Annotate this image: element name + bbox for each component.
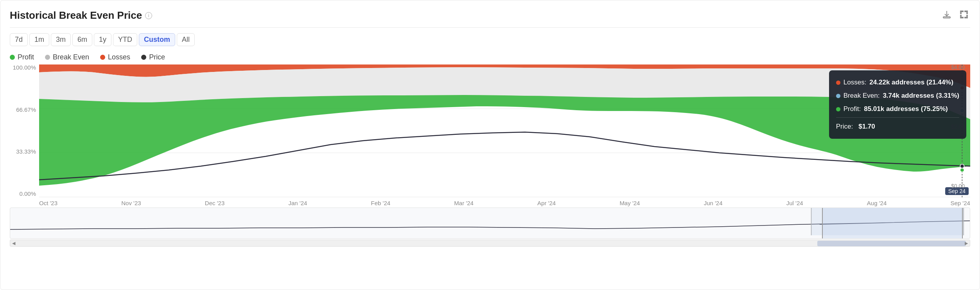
chart-tooltip: Losses: 24.22k addresses (21.44%) Break … bbox=[829, 70, 966, 139]
filter-1m[interactable]: 1m bbox=[29, 33, 49, 46]
filter-3m[interactable]: 3m bbox=[51, 33, 71, 46]
legend-price-label: Price bbox=[149, 53, 165, 61]
y-label-0: 0.00% bbox=[19, 191, 36, 197]
legend-row: Profit Break Even Losses Price bbox=[10, 53, 970, 61]
y-label-0-right: $0.00 bbox=[951, 183, 965, 189]
x-label-apr24: Apr '24 bbox=[537, 200, 556, 206]
scroll-right-arrow[interactable]: ▶ bbox=[963, 240, 970, 246]
losses-dot bbox=[100, 55, 105, 60]
tooltip-breakeven-value: 3.74k addresses (3.31%) bbox=[883, 89, 959, 102]
tooltip-breakeven-row: Break Even: 3.74k addresses (3.31%) bbox=[836, 89, 959, 102]
tooltip-losses-value: 24.22k addresses (21.44%) bbox=[869, 76, 953, 89]
mini-label-jan22: Jan '22 bbox=[281, 238, 299, 239]
y-label-33: 33.33% bbox=[16, 149, 36, 154]
mini-chart-highlight bbox=[822, 208, 963, 238]
legend-breakeven-label: Break Even bbox=[53, 53, 89, 61]
x-label-may24: May '24 bbox=[619, 200, 640, 206]
scrollbar-thumb[interactable] bbox=[817, 241, 966, 246]
filter-custom[interactable]: Custom bbox=[139, 33, 175, 46]
x-label-sep24: Sep '24 bbox=[950, 200, 970, 206]
expand-icon[interactable] bbox=[958, 8, 970, 23]
tooltip-price-row: Price: $1.70 bbox=[836, 117, 959, 133]
tooltip-breakeven-label: Break Even: bbox=[844, 89, 880, 102]
chart-title: Historical Break Even Price bbox=[10, 9, 142, 21]
tooltip-losses-dot bbox=[836, 81, 840, 85]
filter-ytd[interactable]: YTD bbox=[113, 33, 137, 46]
header-actions bbox=[941, 8, 970, 23]
mini-chart-area: Jan '21 Jul '21 Jan '22 Jul '22 Jan '23 … bbox=[10, 208, 970, 239]
tooltip-breakeven-dot bbox=[836, 94, 840, 98]
price-dot bbox=[141, 55, 146, 60]
legend-losses-label: Losses bbox=[108, 53, 130, 61]
y-axis-left: 100.00% 66.67% 33.33% 0.00% bbox=[10, 64, 39, 205]
main-chart-area: Oct '23 Nov '23 Dec '23 Jan '24 Feb '24 … bbox=[39, 64, 970, 205]
y-label-67: 66.67% bbox=[16, 107, 36, 113]
x-label-nov23: Nov '23 bbox=[121, 200, 141, 206]
x-label-feb24: Feb '24 bbox=[371, 200, 391, 206]
x-axis-labels: Oct '23 Nov '23 Dec '23 Jan '24 Feb '24 … bbox=[39, 199, 970, 206]
x-label-aug24: Aug '24 bbox=[867, 200, 887, 206]
x-label-dec23: Dec '23 bbox=[205, 200, 224, 206]
filter-7d[interactable]: 7d bbox=[10, 33, 28, 46]
chart-wrapper: 100.00% 66.67% 33.33% 0.00% bbox=[10, 64, 970, 286]
tooltip-profit-row: Profit: 85.01k addresses (75.25%) bbox=[836, 102, 959, 116]
legend-breakeven: Break Even bbox=[45, 53, 89, 61]
mini-label-jul23: Jul '23 bbox=[683, 238, 699, 239]
x-label-oct23: Oct '23 bbox=[39, 200, 57, 206]
filter-6m[interactable]: 6m bbox=[72, 33, 92, 46]
legend-price: Price bbox=[141, 53, 165, 61]
tooltip-profit-label: Profit: bbox=[844, 102, 861, 116]
y-label-4: $4.00 bbox=[951, 64, 965, 70]
tooltip-profit-dot bbox=[836, 107, 840, 111]
x-label-jan24: Jan '24 bbox=[288, 200, 307, 206]
svg-rect-0 bbox=[943, 17, 950, 18]
info-icon[interactable]: i bbox=[145, 12, 152, 19]
x-label-jun24: Jun '24 bbox=[704, 200, 723, 206]
time-filter-row: 7d 1m 3m 6m 1y YTD Custom All bbox=[10, 33, 970, 46]
scroll-left-arrow[interactable]: ◀ bbox=[10, 240, 17, 246]
mini-label-jan21: Jan '21 bbox=[14, 238, 32, 239]
mini-label-jan23: Jan '23 bbox=[549, 238, 566, 239]
tooltip-price-value: $1.70 bbox=[858, 120, 875, 133]
filter-all[interactable]: All bbox=[177, 33, 195, 46]
legend-profit-label: Profit bbox=[18, 53, 34, 61]
breakeven-dot bbox=[45, 55, 50, 60]
x-label-mar24: Mar '24 bbox=[454, 200, 474, 206]
chart-header: Historical Break Even Price i bbox=[10, 8, 970, 23]
tooltip-losses-row: Losses: 24.22k addresses (21.44%) bbox=[836, 76, 959, 89]
tooltip-profit-value: 85.01k addresses (75.25%) bbox=[864, 102, 948, 116]
y-label-100: 100.00% bbox=[13, 64, 36, 70]
title-area: Historical Break Even Price i bbox=[10, 9, 152, 21]
profit-dot bbox=[10, 55, 15, 60]
download-icon[interactable] bbox=[941, 8, 953, 23]
tooltip-price-label: Price: bbox=[836, 120, 853, 133]
tooltip-losses-label: Losses: bbox=[844, 76, 867, 89]
filter-1y[interactable]: 1y bbox=[94, 33, 111, 46]
x-label-jul24: Jul '24 bbox=[786, 200, 803, 206]
scrollbar-area[interactable]: ◀ ▶ bbox=[10, 240, 970, 247]
header-divider bbox=[10, 27, 970, 28]
legend-profit: Profit bbox=[10, 53, 34, 61]
legend-losses: Losses bbox=[100, 53, 130, 61]
mini-label-jul22: Jul '22 bbox=[416, 238, 431, 239]
mini-label-jul21: Jul '21 bbox=[149, 238, 164, 239]
